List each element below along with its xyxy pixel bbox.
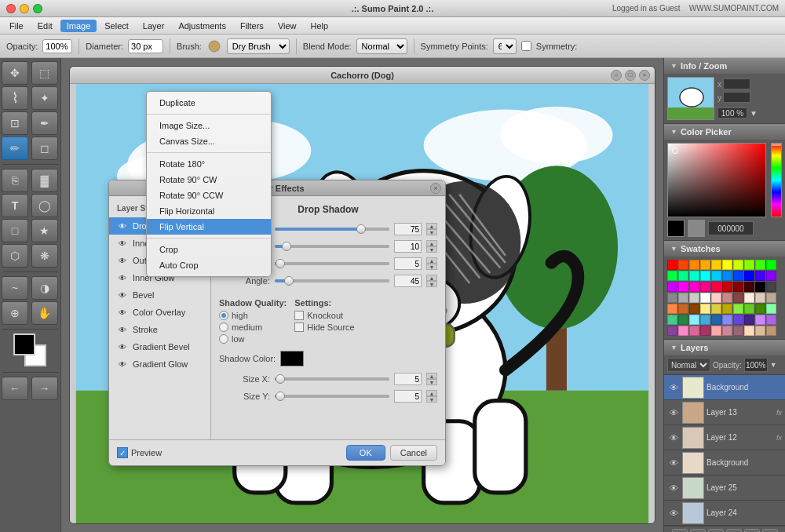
layers-opacity-input[interactable] bbox=[744, 358, 768, 372]
eye-bevel-icon[interactable]: 👁 bbox=[117, 290, 128, 301]
effect-gradient-glow[interactable]: 👁 Gradient Glow bbox=[109, 355, 210, 373]
cancel-button[interactable]: Cancel bbox=[390, 445, 437, 461]
zoom-dropdown-icon[interactable]: ▼ bbox=[750, 109, 758, 118]
swatch-cell[interactable] bbox=[689, 326, 699, 336]
zoom-input[interactable] bbox=[717, 107, 747, 118]
swatch-cell[interactable] bbox=[678, 293, 688, 303]
ok-button[interactable]: OK bbox=[346, 445, 385, 461]
layers-header[interactable]: ▼ Layers bbox=[664, 340, 785, 355]
layer-item[interactable]: 👁 Layer 12 fx bbox=[664, 425, 785, 450]
tool-smudge[interactable]: ~ bbox=[2, 276, 28, 300]
eye-gradient-bevel-icon[interactable]: 👁 bbox=[117, 341, 128, 352]
swatch-cell[interactable] bbox=[689, 282, 699, 292]
menu-help[interactable]: Help bbox=[305, 20, 335, 32]
eye-gradient-glow-icon[interactable]: 👁 bbox=[117, 359, 128, 370]
eye-inner-shadow-icon[interactable]: 👁 bbox=[117, 238, 128, 249]
tool-blob[interactable]: ❋ bbox=[31, 244, 58, 268]
menu-edit[interactable]: Edit bbox=[31, 20, 59, 32]
symmetry-points-select[interactable]: 6 bbox=[493, 38, 517, 54]
swatch-cell[interactable] bbox=[744, 326, 754, 336]
tool-lasso[interactable]: ⌇ bbox=[2, 86, 28, 110]
menu-crop[interactable]: Crop bbox=[147, 242, 271, 257]
swatch-cell[interactable] bbox=[733, 282, 743, 292]
swatch-cell[interactable] bbox=[667, 315, 677, 325]
angle-stepper[interactable]: ▲ ▼ bbox=[426, 275, 437, 287]
quality-medium-radio[interactable] bbox=[219, 322, 228, 332]
swatch-cell[interactable] bbox=[744, 282, 754, 292]
knockout-checkbox[interactable] bbox=[294, 311, 304, 320]
canvas-btn-2[interactable]: □ bbox=[625, 70, 636, 81]
effect-bevel[interactable]: 👁 Bevel bbox=[109, 286, 210, 304]
y-coord-input[interactable] bbox=[723, 92, 750, 103]
angle-stepper-down[interactable]: ▼ bbox=[426, 281, 437, 287]
tool-eyedropper[interactable]: ✒ bbox=[31, 111, 58, 135]
size-x-input[interactable] bbox=[394, 373, 422, 385]
distance-slider[interactable] bbox=[275, 262, 389, 265]
swatch-cell[interactable] bbox=[733, 260, 743, 270]
canvas-btn-3[interactable]: × bbox=[639, 70, 650, 81]
menu-image-size[interactable]: Image Size... bbox=[147, 118, 271, 133]
shadow-color-swatch[interactable] bbox=[280, 351, 304, 366]
tool-shape[interactable]: ◯ bbox=[31, 194, 58, 217]
strength-stepper[interactable]: ▲ ▼ bbox=[426, 240, 437, 253]
size-y-slider[interactable] bbox=[275, 395, 389, 398]
swatch-cell[interactable] bbox=[689, 315, 699, 325]
menu-flip-vertical[interactable]: Flip Vertical bbox=[147, 219, 271, 235]
swatch-cell[interactable] bbox=[711, 260, 721, 270]
swatch-cell[interactable] bbox=[755, 282, 765, 292]
swatch-cell[interactable] bbox=[667, 260, 677, 270]
tool-select-rect[interactable]: ⬚ bbox=[31, 61, 58, 85]
swatch-cell[interactable] bbox=[755, 304, 765, 314]
hide-source-checkbox[interactable] bbox=[294, 322, 304, 332]
menu-duplicate[interactable]: Duplicate bbox=[147, 95, 271, 111]
swatch-cell[interactable] bbox=[733, 326, 743, 336]
swatch-cell[interactable] bbox=[711, 326, 721, 336]
swatch-cell[interactable] bbox=[678, 315, 688, 325]
swatch-cell[interactable] bbox=[678, 326, 688, 336]
eye-drop-shadow-icon[interactable]: 👁 bbox=[117, 220, 128, 231]
swatch-cell[interactable] bbox=[700, 282, 710, 292]
size-x-slider[interactable] bbox=[275, 377, 389, 381]
menu-canvas-size[interactable]: Canvas Size... bbox=[147, 133, 271, 149]
x-coord-input[interactable] bbox=[723, 78, 750, 89]
layer-eye-icon[interactable]: 👁 bbox=[667, 432, 680, 444]
layer-add-button[interactable]: + bbox=[672, 529, 688, 532]
swatch-cell[interactable] bbox=[755, 326, 765, 336]
distance-stepper-down[interactable]: ▼ bbox=[426, 264, 437, 270]
foreground-color-box[interactable] bbox=[13, 333, 35, 355]
swatch-cell[interactable] bbox=[711, 304, 721, 314]
dialog-close-button[interactable]: × bbox=[430, 183, 441, 194]
size-y-stepper[interactable]: ▲ ▼ bbox=[426, 390, 437, 403]
swatch-cell[interactable] bbox=[766, 282, 776, 292]
swatch-cell[interactable] bbox=[700, 326, 710, 336]
swatch-cell[interactable] bbox=[667, 326, 677, 336]
size-x-stepper-up[interactable]: ▲ bbox=[426, 373, 437, 379]
layer-item[interactable]: 👁 Layer 25 bbox=[664, 476, 785, 501]
opacity-stepper[interactable]: ▲ ▼ bbox=[426, 223, 437, 235]
blend-mode-select[interactable]: Normal bbox=[356, 38, 407, 54]
canvas-window-buttons[interactable]: ○ □ × bbox=[611, 70, 650, 81]
strength-input[interactable] bbox=[394, 240, 422, 253]
opacity-effect-input[interactable] bbox=[394, 223, 422, 235]
swatch-cell[interactable] bbox=[733, 293, 743, 303]
preview-checkbox[interactable]: ✓ bbox=[117, 447, 128, 458]
menu-flip-horizontal[interactable]: Flip Horizontal bbox=[147, 203, 271, 219]
swatch-cell[interactable] bbox=[700, 293, 710, 303]
swatch-cell[interactable] bbox=[766, 293, 776, 303]
swatch-cell[interactable] bbox=[733, 315, 743, 325]
quality-high-radio[interactable] bbox=[219, 311, 228, 320]
tool-eraser[interactable]: ◻ bbox=[31, 137, 58, 160]
hex-color-input[interactable] bbox=[708, 221, 754, 235]
effect-stroke[interactable]: 👁 Stroke bbox=[109, 321, 210, 338]
strength-slider[interactable] bbox=[275, 245, 389, 248]
size-y-stepper-up[interactable]: ▲ bbox=[426, 390, 437, 396]
swatch-cell[interactable] bbox=[689, 271, 699, 281]
swatch-cell[interactable] bbox=[700, 260, 710, 270]
swatch-cell[interactable] bbox=[755, 315, 765, 325]
eye-color-overlay-icon[interactable]: 👁 bbox=[117, 307, 128, 318]
layer-item[interactable]: 👁 Background bbox=[664, 450, 785, 476]
layer-item[interactable]: 👁 Background bbox=[664, 375, 785, 400]
layer-eye-icon[interactable]: 👁 bbox=[667, 482, 680, 494]
close-button[interactable] bbox=[6, 4, 16, 13]
tool-star[interactable]: ★ bbox=[31, 219, 58, 242]
